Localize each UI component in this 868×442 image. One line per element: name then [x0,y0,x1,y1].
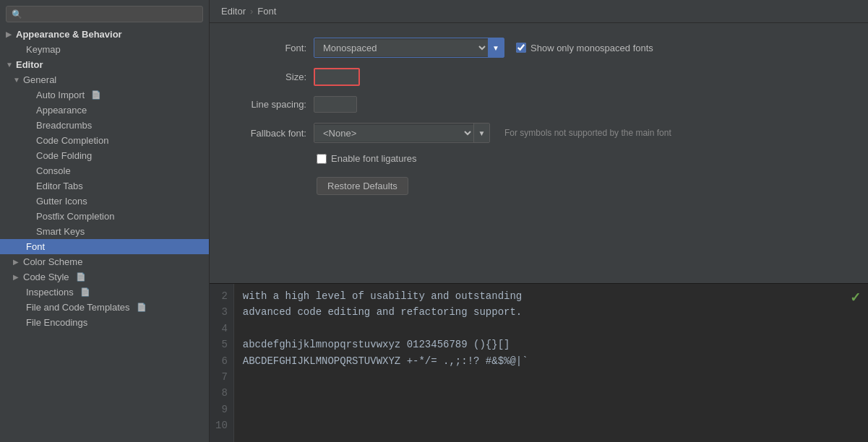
code-line [243,417,859,433]
line-number: 2 [215,288,228,304]
search-bar[interactable]: 🔍 [6,6,203,22]
ligatures-row: Enable font ligatures [317,153,851,164]
item-icon-auto-import: 📄 [90,90,102,100]
line-number: 9 [215,402,228,417]
sidebar-item-editor[interactable]: Editor [0,57,209,72]
font-select[interactable]: Monospaced [314,40,488,56]
checkmark-badge: ✓ [850,290,861,306]
fallback-font-row: Fallback font: <None> ▼ For symbols not … [227,123,851,143]
sidebar-item-font[interactable]: Font [0,239,209,254]
sidebar-item-smart-keys[interactable]: Smart Keys [0,224,209,239]
sidebar-item-label-breadcrumbs: Breadcrumbs [36,120,92,131]
breadcrumb-separator: › [250,6,253,17]
show-monospaced-row: Show only monospaced fonts [516,43,653,53]
sidebar-item-label-console: Console [36,165,71,176]
restore-defaults-button[interactable]: Restore Defaults [317,177,408,195]
settings-sidebar: 🔍 Appearance & BehaviorKeymapEditorGener… [0,0,210,442]
fallback-label: Fallback font: [227,128,306,139]
line-spacing-row: Line spacing: 1.0 [227,96,851,113]
line-number: 8 [215,385,228,401]
breadcrumb-font: Font [257,6,276,17]
sidebar-item-label-code-style: Code Style [23,272,69,282]
sidebar-item-label-postfix-completion: Postfix Completion [36,211,114,222]
ligatures-checkbox[interactable] [317,154,327,164]
code-line: advanced code editing and refactoring su… [243,304,859,320]
fallback-dropdown-arrow[interactable]: ▼ [473,124,489,142]
show-monospaced-checkbox[interactable] [516,43,526,53]
item-icon-code-style: 📄 [75,272,87,282]
size-input[interactable]: 18 [315,69,358,84]
fallback-select[interactable]: <None> [314,125,473,142]
main-content: Editor › Font Font: Monospaced ▼ Show on… [210,0,868,442]
code-line: with a high level of usability and outst… [243,288,859,304]
fallback-dropdown-wrapper: <None> ▼ [314,123,490,143]
sidebar-item-label-keymap: Keymap [26,44,61,55]
sidebar-item-file-encodings[interactable]: File Encodings [0,315,209,330]
size-label: Size: [227,72,306,82]
size-input-wrapper: 18 [314,68,360,86]
sidebar-item-label-inspections: Inspections [26,287,74,298]
sidebar-item-code-folding[interactable]: Code Folding [0,148,209,163]
sidebar-item-label-code-completion: Code Completion [36,135,108,146]
sidebar-item-breadcrumbs[interactable]: Breadcrumbs [0,118,209,133]
sidebar-item-file-code-templates[interactable]: File and Code Templates📄 [0,300,209,315]
arrow-icon-code-style [13,273,20,281]
font-dropdown-arrow[interactable]: ▼ [488,38,504,57]
sidebar-item-label-appearance-behavior: Appearance & Behavior [16,29,122,40]
item-icon-inspections: 📄 [80,287,91,297]
code-line: ABCDEFGHIJKLMNOPQRSTUVWXYZ +-*/= .,;:!? … [243,353,859,369]
sidebar-item-label-smart-keys: Smart Keys [36,226,85,237]
sidebar-item-label-editor: Editor [16,59,43,70]
code-preview: with a high level of usability and outst… [234,284,868,442]
sidebar-item-gutter-icons[interactable]: Gutter Icons [0,194,209,209]
size-row: Size: 18 [227,68,851,86]
font-dropdown-wrapper: Monospaced ▼ [314,38,504,58]
sidebar-item-code-style[interactable]: Code Style📄 [0,269,209,285]
search-icon: 🔍 [12,9,22,20]
code-line [243,369,859,385]
sidebar-item-general[interactable]: General [0,72,209,87]
line-number: 3 [215,304,228,320]
line-number: 6 [215,353,228,369]
sidebar-item-appearance-behavior[interactable]: Appearance & Behavior [0,27,209,42]
arrow-icon-editor [6,61,13,69]
code-line [243,321,859,337]
sidebar-item-editor-tabs[interactable]: Editor Tabs [0,178,209,194]
sidebar-item-postfix-completion[interactable]: Postfix Completion [0,209,209,224]
line-number: 4 [215,321,228,337]
show-monospaced-label: Show only monospaced fonts [530,43,653,53]
sidebar-item-label-color-scheme: Color Scheme [23,256,82,267]
line-spacing-input[interactable]: 1.0 [314,96,357,113]
code-line [243,385,859,401]
settings-panel: Font: Monospaced ▼ Show only monospaced … [210,23,868,283]
sidebar-item-keymap[interactable]: Keymap [0,42,209,57]
font-label: Font: [227,43,306,53]
line-spacing-label: Line spacing: [227,99,306,110]
code-line: abcdefghijklmnopqrstuvwxyz 0123456789 ()… [243,337,859,352]
sidebar-item-inspections[interactable]: Inspections📄 [0,285,209,300]
sidebar-item-label-gutter-icons: Gutter Icons [36,196,87,207]
sidebar-item-label-general: General [23,74,56,85]
sidebar-item-label-code-folding: Code Folding [36,150,92,161]
sidebar-item-color-scheme[interactable]: Color Scheme [0,254,209,269]
sidebar-item-label-font: Font [26,241,45,252]
sidebar-item-code-completion[interactable]: Code Completion [0,133,209,148]
sidebar-item-auto-import[interactable]: Auto Import📄 [0,87,209,103]
line-numbers: 2345678910 [210,284,234,442]
line-number: 5 [215,337,228,352]
arrow-icon-color-scheme [13,258,20,266]
sidebar-tree: Appearance & BehaviorKeymapEditorGeneral… [0,27,209,330]
sidebar-item-appearance[interactable]: Appearance [0,103,209,118]
arrow-icon-general [13,76,20,84]
sidebar-item-label-auto-import: Auto Import [36,90,85,100]
sidebar-item-label-file-encodings: File Encodings [26,317,87,328]
sidebar-item-console[interactable]: Console [0,163,209,178]
sidebar-item-label-editor-tabs: Editor Tabs [36,181,83,191]
ligatures-label: Enable font ligatures [331,153,417,164]
code-line [243,402,859,417]
arrow-icon-appearance-behavior [6,30,13,38]
font-row: Font: Monospaced ▼ Show only monospaced … [227,38,851,58]
search-input[interactable] [26,9,197,20]
line-number: 7 [215,369,228,385]
sidebar-item-label-file-code-templates: File and Code Templates [26,302,130,313]
